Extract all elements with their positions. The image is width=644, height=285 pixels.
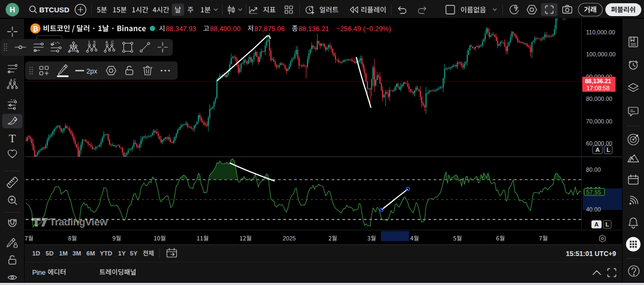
svg-text:A: A [595, 221, 599, 228]
svg-text:2025: 2025 [283, 235, 296, 242]
svg-text:15:51:01 UTC+9: 15:51:01 UTC+9 [566, 250, 616, 258]
svg-text:80.00: 80.00 [586, 166, 601, 173]
svg-text:88,136.21: 88,136.21 [585, 78, 611, 84]
svg-text:Pine: Pine [32, 269, 46, 276]
svg-text:BTCUSD: BTCUSD [39, 6, 69, 14]
svg-text:TradingView: TradingView [49, 216, 108, 228]
svg-text:A: A [106, 40, 108, 44]
svg-text:57.55: 57.55 [587, 189, 602, 195]
svg-text:5: 5 [93, 40, 96, 44]
svg-text:C: C [13, 78, 16, 82]
svg-text:3M: 3M [72, 250, 81, 257]
svg-text:5Y: 5Y [130, 250, 137, 257]
svg-text:H: H [10, 5, 15, 14]
svg-text:80,000.00: 80,000.00 [586, 96, 612, 102]
svg-text:T: T [9, 132, 16, 145]
svg-text:1: 1 [88, 40, 90, 44]
svg-text:1D: 1D [32, 250, 40, 257]
svg-text:70,000.00: 70,000.00 [586, 118, 612, 125]
svg-text:A: A [10, 78, 12, 82]
svg-text:−256.49 (−0.29%): −256.49 (−0.29%) [336, 25, 391, 33]
svg-text:A: A [596, 147, 600, 153]
svg-text:40.00: 40.00 [586, 206, 601, 213]
svg-text:110,000.00: 110,000.00 [586, 29, 615, 35]
svg-text:₿: ₿ [33, 25, 39, 33]
svg-text:88,347.93: 88,347.93 [166, 25, 196, 33]
svg-text:C: C [111, 40, 114, 44]
svg-text:6M: 6M [86, 250, 95, 257]
svg-text:1Y: 1Y [118, 250, 126, 257]
svg-text:87,875.06: 87,875.06 [254, 25, 285, 33]
svg-text:2px: 2px [86, 68, 98, 75]
svg-text:YTD: YTD [100, 250, 112, 257]
svg-text:17:08:58: 17:08:58 [587, 85, 610, 91]
svg-text:5D: 5D [46, 250, 54, 257]
svg-text:100,000.00: 100,000.00 [586, 51, 616, 57]
svg-text:L: L [606, 147, 610, 153]
svg-text:L: L [605, 221, 609, 228]
svg-text:88,136.21: 88,136.21 [298, 25, 329, 33]
svg-text:1M: 1M [59, 250, 68, 257]
svg-text:88,400.00: 88,400.00 [210, 25, 240, 33]
